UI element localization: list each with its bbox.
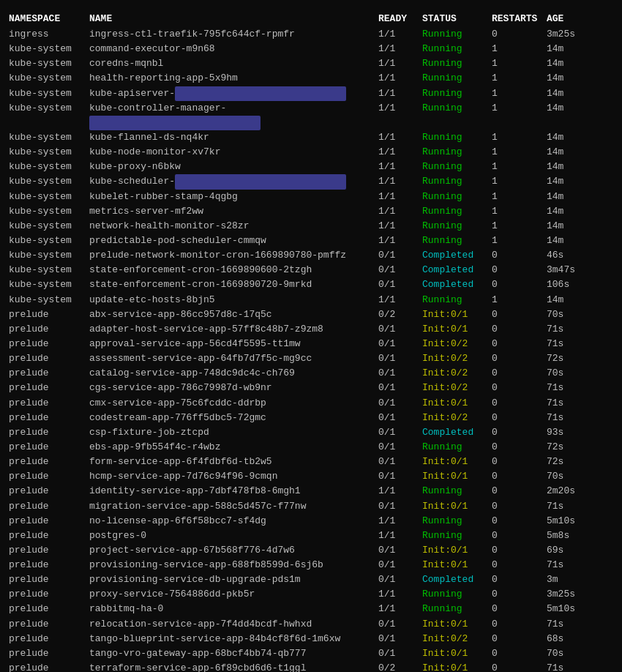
cell-status: Running (422, 204, 492, 219)
cell-ready: 0/1 (378, 469, 422, 484)
cell-restarts: 0 (492, 543, 547, 558)
table-row: kube-system command-executor-m9n68 1/1 R… (9, 42, 613, 56)
cell-namespace: prelude (9, 425, 89, 440)
cell-restarts: 0 (492, 529, 547, 543)
cell-restarts: 0 (492, 263, 547, 277)
cell-name: abx-service-app-86cc957d8c-17q5c (89, 307, 378, 322)
col-header-status: STATUS (422, 13, 492, 24)
cell-status: Running (422, 86, 492, 101)
cell-name: provisioning-service-db-upgrade-pds1m (89, 572, 378, 587)
cell-age: 14m (547, 86, 591, 101)
cell-name: kube-controller-manager- (89, 101, 378, 130)
cell-namespace: prelude (9, 484, 89, 499)
cell-status: Init:0/2 (422, 381, 492, 395)
cell-restarts: 0 (492, 277, 547, 292)
cell-ready: 0/1 (378, 440, 422, 455)
table-row: prelude approval-service-app-56cd4f5595-… (9, 337, 613, 351)
cell-age: 46s (547, 248, 591, 263)
cell-ready: 1/1 (378, 190, 422, 204)
cell-ready: 0/1 (378, 617, 422, 632)
cell-ready: 0/1 (378, 366, 422, 381)
table-row: kube-system metrics-server-mf2ww 1/1 Run… (9, 204, 613, 219)
table-row: prelude postgres-0 1/1 Running 0 5m8s (9, 529, 613, 543)
cell-age: 14m (547, 204, 591, 219)
cell-namespace: kube-system (9, 174, 89, 189)
table-row: prelude identity-service-app-7dbf478fb8-… (9, 484, 613, 499)
col-header-name: NAME (89, 13, 378, 24)
cell-restarts: 0 (492, 602, 547, 616)
cell-namespace: prelude (9, 337, 89, 351)
cell-name: terraform-service-app-6f89cbd6d6-t1ggl (89, 661, 378, 672)
cell-age: 71s (547, 411, 591, 425)
cell-status: Init:0/1 (422, 661, 492, 672)
cell-ready: 0/1 (378, 381, 422, 395)
cell-namespace: prelude (9, 396, 89, 411)
cell-age: 3m47s (547, 263, 591, 277)
cell-ready: 0/1 (378, 646, 422, 661)
cell-age: 72s (547, 351, 591, 366)
cell-restarts: 1 (492, 42, 547, 56)
cell-name: kube-proxy-n6bkw (89, 160, 378, 174)
cell-restarts: 0 (492, 307, 547, 322)
cell-status: Completed (422, 248, 492, 263)
cell-age: 3m25s (547, 27, 591, 42)
cell-name: relocation-service-app-7f4dd4bcdf-hwhxd (89, 617, 378, 632)
cell-restarts: 0 (492, 646, 547, 661)
table-row: prelude codestream-app-776ff5dbc5-72gmc … (9, 411, 613, 425)
cell-status: Init:0/1 (422, 617, 492, 632)
table-row: kube-system coredns-mqnbl 1/1 Running 1 … (9, 56, 613, 71)
cell-namespace: kube-system (9, 277, 89, 292)
cell-namespace: prelude (9, 469, 89, 484)
cell-name: kube-flannel-ds-nq4kr (89, 130, 378, 145)
cell-age: 14m (547, 190, 591, 204)
cell-namespace: kube-system (9, 130, 89, 145)
cell-name: kubelet-rubber-stamp-4qgbg (89, 190, 378, 204)
cell-ready: 1/1 (378, 42, 422, 56)
cell-restarts: 1 (492, 101, 547, 130)
cell-namespace: prelude (9, 307, 89, 322)
cell-restarts: 0 (492, 396, 547, 411)
cell-namespace: prelude (9, 381, 89, 395)
cell-namespace: kube-system (9, 190, 89, 204)
cell-ready: 0/1 (378, 248, 422, 263)
cell-restarts: 0 (492, 248, 547, 263)
cell-namespace: prelude (9, 322, 89, 337)
table-row: kube-system kube-flannel-ds-nq4kr 1/1 Ru… (9, 130, 613, 145)
table-row: prelude relocation-service-app-7f4dd4bcd… (9, 617, 613, 632)
cell-ready: 1/1 (378, 514, 422, 529)
cell-ready: 1/1 (378, 293, 422, 307)
cell-status: Running (422, 293, 492, 307)
cell-age: 68s (547, 632, 591, 646)
table-row: kube-system state-enforcement-cron-16698… (9, 277, 613, 292)
cell-restarts: 0 (492, 381, 547, 395)
cell-status: Init:0/1 (422, 455, 492, 469)
table-row: prelude catalog-service-app-748dc9dc4c-c… (9, 366, 613, 381)
cell-namespace: kube-system (9, 56, 89, 71)
table-row: kube-system prelude-network-monitor-cron… (9, 248, 613, 263)
cell-status: Running (422, 27, 492, 42)
cell-ready: 0/1 (378, 425, 422, 440)
cell-namespace: kube-system (9, 42, 89, 56)
cell-name: coredns-mqnbl (89, 56, 378, 71)
cell-age: 5m10s (547, 514, 591, 529)
cell-name: adapter-host-service-app-57ff8c48b7-z9zm… (89, 322, 378, 337)
cell-restarts: 0 (492, 455, 547, 469)
cell-status: Completed (422, 425, 492, 440)
cell-status: Init:0/2 (422, 337, 492, 351)
cell-age: 70s (547, 366, 591, 381)
cell-restarts: 1 (492, 130, 547, 145)
cell-namespace: prelude (9, 514, 89, 529)
table-row: prelude terraform-service-app-6f89cbd6d6… (9, 661, 613, 672)
cell-name: tango-vro-gateway-app-68bcf4bb74-qb777 (89, 646, 378, 661)
cell-age: 14m (547, 145, 591, 160)
cell-age: 14m (547, 160, 591, 174)
table-row: kube-system health-reporting-app-5x9hm 1… (9, 71, 613, 86)
cell-status: Init:0/1 (422, 499, 492, 514)
cell-name: prelude-network-monitor-cron-1669890780-… (89, 248, 378, 263)
cell-namespace: kube-system (9, 263, 89, 277)
cell-status: Running (422, 160, 492, 174)
cell-status: Init:0/2 (422, 366, 492, 381)
cell-status: Running (422, 602, 492, 616)
cell-namespace: prelude (9, 499, 89, 514)
cell-restarts: 0 (492, 499, 547, 514)
